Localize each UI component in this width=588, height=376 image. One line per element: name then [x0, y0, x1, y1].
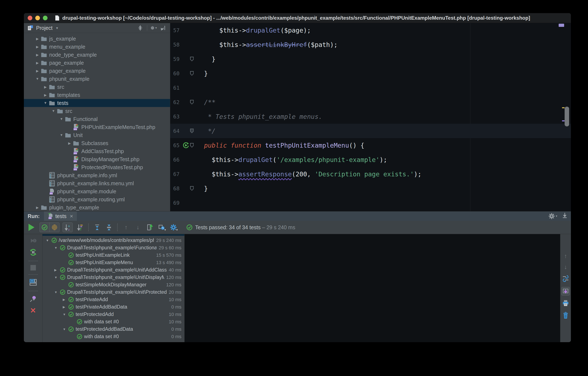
tree-row[interactable]: Unit	[24, 131, 170, 139]
close-tab-icon[interactable]: ×	[70, 213, 73, 220]
tree-row[interactable]: js_example	[24, 35, 170, 43]
expander-arrow-icon[interactable]	[59, 117, 64, 121]
line-number[interactable]: 60	[170, 70, 184, 77]
code-line[interactable]: 63 * Tests phpunit_example menus.	[170, 109, 571, 124]
expander-arrow-icon[interactable]	[63, 312, 68, 316]
expander-arrow-icon[interactable]	[34, 61, 40, 65]
next-failed-test-icon[interactable]: ↓	[134, 223, 142, 232]
tree-row[interactable]: node_type_example	[24, 51, 170, 59]
rerun-tests-icon[interactable]	[29, 224, 34, 231]
tree-row[interactable]: phpunit_example.info.yml	[24, 171, 170, 179]
line-number[interactable]: 62	[170, 99, 184, 105]
expander-arrow-icon[interactable]	[54, 268, 60, 272]
inspection-status-marker[interactable]	[559, 24, 564, 27]
tree-row[interactable]: pager_example	[24, 67, 170, 75]
test-row[interactable]: Drupal\Tests\phpunit_example\Unit\Displa…	[42, 274, 184, 281]
tree-row[interactable]: php ProtectedPrivatesTest.php	[24, 163, 170, 171]
line-number[interactable]: 66	[170, 157, 184, 163]
code-line[interactable]: 62 /**	[170, 95, 571, 109]
test-name[interactable]: testPhpUnitExampleMenu	[76, 260, 154, 265]
test-row[interactable]: testSimpleMockDisplayManager 120 ms	[42, 281, 184, 288]
line-number[interactable]: 67	[170, 171, 184, 177]
line-number[interactable]: 65	[170, 142, 184, 148]
expander-arrow-icon[interactable]	[59, 133, 64, 137]
scroll-to-end-icon[interactable]	[561, 287, 570, 295]
test-name[interactable]: /var/www/web/modules/contrib/examples/ph…	[59, 237, 154, 243]
code-line[interactable]: 59 }	[170, 52, 571, 66]
up-arrow-icon[interactable]: ↑	[564, 253, 567, 259]
tree-row[interactable]: phpunit_example.links.menu.yml	[24, 179, 170, 187]
test-row[interactable]: with data set #0 10 ms	[42, 318, 184, 325]
line-number[interactable]: 64	[170, 128, 184, 134]
expander-arrow-icon[interactable]	[42, 85, 48, 89]
expander-arrow-icon[interactable]	[34, 206, 40, 210]
hide-window-icon[interactable]	[562, 212, 568, 220]
code-line[interactable]: 65 public function testP	[170, 138, 571, 153]
test-row[interactable]: Drupal\Tests\phpunit_example\Functional\…	[42, 244, 184, 252]
show-ignored-toggle[interactable]	[49, 223, 59, 232]
test-row[interactable]: with data set #0 0 ms	[42, 333, 184, 340]
code-line[interactable]: 60 }	[170, 66, 571, 81]
tree-row[interactable]: tests	[24, 99, 170, 107]
show-passed-toggle[interactable]	[40, 223, 49, 232]
test-row[interactable]: testPhpUnitExampleMenu 13 s 490 ms	[42, 259, 184, 266]
tree-row[interactable]: templates	[24, 91, 170, 99]
expander-arrow-icon[interactable]	[34, 77, 40, 81]
code-line[interactable]: 66 $this->drupalGet('/examples/phpunit-e…	[170, 153, 571, 167]
clear-all-icon[interactable]	[562, 312, 569, 320]
fold-marker-icon[interactable]	[190, 129, 194, 133]
tree-row[interactable]: Subclasses	[24, 139, 170, 147]
hide-panel-icon[interactable]	[160, 24, 167, 31]
line-number[interactable]: 63	[170, 114, 184, 120]
code-line[interactable]: 67 $this->assertResponse(200, 'Descripti…	[170, 167, 571, 181]
print-icon[interactable]	[562, 300, 569, 308]
rerun-failed-tests-icon[interactable]: !	[30, 237, 37, 245]
test-console[interactable]	[184, 234, 560, 342]
code-line[interactable]: 58 $this->assertLinkByHref($path);	[170, 37, 571, 52]
test-name[interactable]: testPrivateAdd	[76, 297, 167, 302]
line-number[interactable]: 58	[170, 42, 184, 48]
minimize-window-button[interactable]	[35, 16, 40, 20]
test-row[interactable]: testPrivateAdd 10 ms	[42, 296, 184, 303]
tree-row[interactable]: php PHPUnitExampleMenuTest.php	[24, 123, 170, 131]
chevron-down-icon[interactable]: ▼	[55, 26, 59, 30]
project-panel-title[interactable]: Project	[36, 25, 52, 31]
collapse-all-icon[interactable]	[137, 24, 144, 31]
test-name[interactable]: testProtectedAdd	[76, 311, 167, 317]
line-number[interactable]: 69	[170, 200, 184, 206]
settings-gear-icon[interactable]: ▼	[169, 223, 178, 232]
expander-arrow-icon[interactable]	[34, 69, 40, 73]
code-line[interactable]: 69	[170, 196, 571, 210]
code-line[interactable]: 61	[170, 81, 571, 95]
expander-arrow-icon[interactable]	[51, 109, 56, 113]
close-window-button[interactable]	[28, 16, 32, 20]
tree-row[interactable]: plugin_type_example	[24, 203, 170, 211]
run-test-icon[interactable]	[182, 142, 189, 150]
fold-marker-icon[interactable]	[190, 100, 194, 104]
line-number[interactable]: 68	[170, 186, 184, 192]
tree-row[interactable]: menu_example	[24, 43, 170, 51]
test-history-icon[interactable]: ▼	[157, 223, 166, 232]
test-name[interactable]: with data set #0	[84, 334, 169, 339]
tree-row[interactable]: php AddClassTest.php	[24, 147, 170, 155]
test-row[interactable]: /var/www/web/modules/contrib/examples/ph…	[42, 237, 184, 244]
expander-arrow-icon[interactable]	[34, 53, 40, 57]
test-name[interactable]: testProtectedAddBadData	[76, 326, 169, 332]
tree-row[interactable]: phpunit_example.routing.yml	[24, 195, 170, 203]
editor-scrollbar[interactable]	[565, 107, 569, 126]
test-row[interactable]: Drupal\Tests\phpunit_example\Unit\Protec…	[42, 288, 184, 296]
restore-layout-icon[interactable]	[29, 278, 37, 287]
sort-by-duration-icon[interactable]	[76, 223, 84, 232]
test-name[interactable]: Drupal\Tests\phpunit_example\Unit\AddCla…	[67, 267, 167, 273]
run-tab-tests[interactable]: php tests ×	[44, 211, 77, 221]
test-row[interactable]: testPhpUnitExampleLink 15 s 570 ms	[42, 252, 184, 259]
test-name[interactable]: with data set #0	[84, 319, 167, 325]
code-editor[interactable]: 57 $this->drupalGet($page); 58	[170, 23, 571, 211]
code-line[interactable]: 64 */	[170, 124, 571, 138]
maximize-window-button[interactable]	[43, 16, 48, 20]
expander-arrow-icon[interactable]	[34, 37, 40, 41]
pin-tab-icon[interactable]	[29, 295, 37, 303]
expand-all-icon[interactable]	[93, 223, 102, 232]
expander-arrow-icon[interactable]	[66, 141, 73, 145]
code-line[interactable]: 57 $this->drupalGet($page);	[170, 23, 571, 37]
